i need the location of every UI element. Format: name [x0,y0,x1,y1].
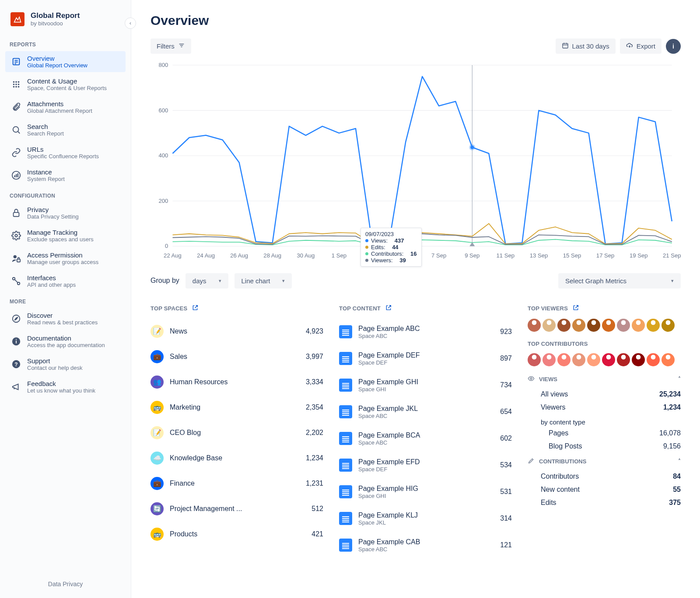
avatar[interactable] [557,319,570,332]
top-space-row[interactable]: 🚌Marketing2,354 [150,395,323,420]
top-content-row[interactable]: Page Example JKLSpace ABC654 [339,399,512,425]
top-contributors-avatars[interactable] [528,353,681,366]
svg-point-11 [15,86,17,88]
space-icon: 🔄 [150,502,164,515]
avatar[interactable] [557,353,570,366]
avatar[interactable] [617,353,630,366]
sidebar-item-overview[interactable]: OverviewGlobal Report Overview [5,51,126,72]
sidebar-item-search[interactable]: SearchSearch Report [5,119,126,140]
cloud-download-icon [626,42,633,50]
sidebar-item-discover[interactable]: DiscoverRead news & best practices [5,308,126,329]
svg-text:28 Aug: 28 Aug [263,252,281,259]
main-content: Overview Filters Last 30 days Export i 0… [131,0,700,598]
avatar[interactable] [572,353,585,366]
space-icon: 📝 [150,426,164,439]
svg-line-14 [18,132,20,134]
filters-button[interactable]: Filters [150,38,191,54]
toolbar: Filters Last 30 days Export i [150,38,681,54]
views-section-toggle[interactable]: VIEWS ˄ [528,375,681,383]
avatar[interactable] [602,353,615,366]
space-icon: 🚌 [150,401,164,414]
svg-point-9 [18,83,20,85]
avatar[interactable] [542,319,556,332]
sidebar-item-feedback[interactable]: FeedbackLet us know what you think [5,376,126,397]
svg-rect-19 [14,212,19,216]
top-content-row[interactable]: Page Example DEFSpace DEF897 [339,345,512,372]
svg-rect-22 [17,259,20,262]
avatar[interactable] [528,319,541,332]
svg-text:17 Sep: 17 Sep [596,252,615,259]
top-content-row[interactable]: Page Example CABSpace ABC121 [339,532,512,559]
footer-data-privacy[interactable]: Data Privacy [0,570,131,598]
sidebar-item-content-usage[interactable]: Content & UsageSpace, Content & User Rep… [5,74,126,95]
top-space-row[interactable]: ☁️Knowledge Base1,234 [150,445,323,471]
page-title: Overview [150,13,681,28]
sidebar-item-interfaces[interactable]: InterfacesAPI and other apps [5,271,126,292]
sidebar-item-tracking[interactable]: Manage TrackingExclude spaces and users [5,225,126,246]
svg-text:9 Sep: 9 Sep [465,252,480,259]
open-top-spaces-icon[interactable] [192,304,199,313]
top-content-row[interactable]: Page Example GHISpace GHI734 [339,372,512,399]
top-content-column: TOP CONTENT Page Example ABCSpace ABC923… [339,304,512,559]
open-top-content-icon[interactable] [385,304,392,313]
date-range-button[interactable]: Last 30 days [556,38,616,54]
question-icon: ? [11,359,21,369]
sidebar-item-urls[interactable]: URLsSpecific Confluence Reports [5,142,126,163]
charttype-select[interactable]: Line chart▾ [234,273,292,289]
top-space-row[interactable]: 💼Finance1,231 [150,471,323,496]
avatar[interactable] [632,353,645,366]
top-space-row[interactable]: 📝CEO Blog2,202 [150,420,323,445]
contributions-section-toggle[interactable]: CONTRIBUTIONS ˄ [528,457,681,466]
svg-point-69 [530,378,532,379]
sidebar-item-attachments[interactable]: AttachmentsGlobal Attachment Report [5,97,126,118]
avatar[interactable] [587,319,600,332]
overview-chart[interactable]: 020040060080022 Aug24 Aug26 Aug28 Aug30 … [150,61,681,265]
top-content-row[interactable]: Page Example KLJSpace JKL314 [339,505,512,532]
svg-point-4 [13,81,15,83]
svg-point-13 [13,127,19,132]
chevron-down-icon: ▾ [282,278,285,284]
top-content-row[interactable]: Page Example EFDSpace DEF534 [339,452,512,479]
open-top-viewers-icon[interactable] [572,304,579,313]
svg-text:7 Sep: 7 Sep [431,252,446,259]
top-space-row[interactable]: 🔄Project Management ...512 [150,496,323,522]
top-space-row[interactable]: 👥Human Resources3,334 [150,369,323,395]
brand-logo-icon [10,12,24,26]
avatar[interactable] [528,353,541,366]
info-button[interactable]: i [666,39,681,54]
avatar[interactable] [617,319,630,332]
top-content-row[interactable]: Page Example ABCSpace ABC923 [339,319,512,345]
avatar[interactable] [662,319,675,332]
overview-icon [11,57,21,66]
section-label-more: MORE [0,292,131,307]
sidebar-item-support[interactable]: ? SupportContact our help desk [5,354,126,375]
sidebar-item-privacy[interactable]: PrivacyData Privacy Setting [5,202,126,223]
avatar[interactable] [602,319,615,332]
groupby-select[interactable]: days▾ [186,273,228,289]
sidebar-item-documentation[interactable]: DocumentationAccess the app documentatio… [5,331,126,352]
eye-icon [528,375,535,383]
chevron-up-icon: ˄ [678,376,681,382]
avatar[interactable] [587,353,600,366]
avatar[interactable] [572,319,585,332]
graph-metrics-select[interactable]: Select Graph Metrics▾ [558,273,681,289]
avatar[interactable] [647,353,660,366]
avatar[interactable] [632,319,645,332]
sidebar-item-instance[interactable]: InstanceSystem Report [5,165,126,186]
top-space-row[interactable]: 💼Sales3,997 [150,344,323,369]
sidebar-collapse-button[interactable]: ‹ [125,17,136,29]
top-space-row[interactable]: 📝News4,923 [150,319,323,344]
avatar[interactable] [647,319,660,332]
top-viewers-avatars[interactable] [528,319,681,332]
top-space-row[interactable]: 🚌Products421 [150,522,323,547]
export-button[interactable]: Export [620,38,662,54]
sidebar-item-access[interactable]: Access PermissionManage user groups acce… [5,248,126,269]
avatar[interactable] [662,353,675,366]
svg-rect-16 [14,175,15,177]
top-content-row[interactable]: Page Example HIGSpace GHI531 [339,479,512,505]
gear-icon [11,231,21,240]
page-icon [339,325,352,338]
avatar[interactable] [542,353,556,366]
space-icon: 🚌 [150,528,164,541]
top-content-row[interactable]: Page Example BCASpace ABC602 [339,425,512,452]
